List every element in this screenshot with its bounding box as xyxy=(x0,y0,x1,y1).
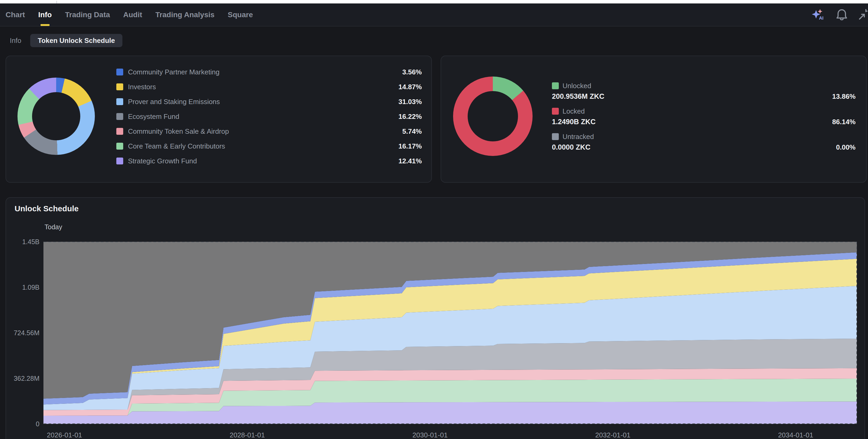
legend-swatch xyxy=(116,113,123,120)
x-axis-tick-label: 2032-01-01 xyxy=(595,431,630,439)
legend-percent: 3.56% xyxy=(402,68,422,76)
today-marker-label: Today xyxy=(44,223,62,231)
breadcrumb-current-pill[interactable]: Token Unlock Schedule xyxy=(30,34,122,47)
status-percent: 0.00% xyxy=(836,142,856,153)
x-axis-tick-label: 2028-01-01 xyxy=(230,431,265,439)
legend-swatch xyxy=(116,98,123,105)
schedule-y-axis: 0362.28M724.56M1.09B1.45B xyxy=(6,198,39,439)
legend-swatch xyxy=(116,128,123,135)
legend-percent: 5.74% xyxy=(402,127,422,136)
status-label: Locked xyxy=(562,107,585,115)
unlock-status-donut-chart[interactable] xyxy=(453,76,533,156)
nav-item-audit[interactable]: Audit xyxy=(123,3,142,26)
legend-percent: 31.03% xyxy=(399,98,422,106)
y-axis-tick-label: 724.56M xyxy=(14,329,39,337)
status-legend-item[interactable]: Locked1.2490B ZKC86.14% xyxy=(552,106,856,127)
legend-label: Investors xyxy=(128,83,399,91)
legend-percent: 16.22% xyxy=(399,112,422,121)
x-axis-tick-label: 2034-01-01 xyxy=(778,431,813,439)
allocation-legend-row[interactable]: Community Token Sale & Airdrop5.74% xyxy=(116,124,422,139)
status-percent: 13.86% xyxy=(832,91,856,102)
allocation-legend-row[interactable]: Prover and Staking Emissions31.03% xyxy=(116,94,422,109)
x-axis-tick-label: 2030-01-01 xyxy=(412,431,448,439)
legend-swatch xyxy=(552,108,559,115)
legend-label: Strategic Growth Fund xyxy=(128,157,399,165)
primary-nav-items: ChartInfoTrading DataAuditTrading Analys… xyxy=(0,3,253,26)
legend-percent: 16.17% xyxy=(399,142,422,150)
y-axis-tick-label: 362.28M xyxy=(14,375,39,382)
legend-label: Community Token Sale & Airdrop xyxy=(128,127,402,136)
y-axis-tick-label: 1.09B xyxy=(22,283,39,291)
expand-window-icon[interactable] xyxy=(859,8,867,21)
allocation-donut-hole xyxy=(32,92,80,140)
nav-item-trading-data[interactable]: Trading Data xyxy=(65,3,110,26)
allocation-legend: Community Partner Marketing3.56%Investor… xyxy=(116,65,422,168)
allocation-legend-row[interactable]: Investors14.87% xyxy=(116,79,422,94)
legend-swatch xyxy=(116,83,123,90)
legend-label: Prover and Staking Emissions xyxy=(128,98,399,106)
breadcrumb-root[interactable]: Info xyxy=(10,37,21,45)
allocation-legend-row[interactable]: Ecosystem Fund16.22% xyxy=(116,109,422,124)
status-legend-item[interactable]: Untracked0.0000 ZKC0.00% xyxy=(552,131,856,153)
legend-swatch xyxy=(552,133,559,140)
ai-icon-label: AI xyxy=(819,15,824,21)
notifications-bell-icon[interactable] xyxy=(836,8,848,21)
ai-assistant-icon[interactable]: AI xyxy=(811,8,825,21)
status-label: Unlocked xyxy=(562,82,591,90)
legend-swatch xyxy=(116,69,123,75)
y-axis-tick-label: 1.45B xyxy=(22,238,39,246)
legend-swatch xyxy=(552,82,559,89)
allocation-donut-chart[interactable] xyxy=(18,77,95,155)
legend-label: Ecosystem Fund xyxy=(128,112,399,121)
unlock-status-donut-hole xyxy=(468,91,518,141)
status-amount: 0.0000 ZKC xyxy=(552,142,856,153)
nav-item-square[interactable]: Square xyxy=(228,3,253,26)
token-info-page: ChartInfoTrading DataAuditTrading Analys… xyxy=(0,0,868,439)
primary-nav: ChartInfoTrading DataAuditTrading Analys… xyxy=(0,3,868,27)
status-amount: 200.9536M ZKC xyxy=(552,91,856,102)
status-amount: 1.2490B ZKC xyxy=(552,116,856,127)
allocation-legend-row[interactable]: Community Partner Marketing3.56% xyxy=(116,65,422,79)
status-percent: 86.14% xyxy=(832,116,856,127)
allocation-legend-row[interactable]: Core Team & Early Contributors16.17% xyxy=(116,139,422,154)
token-allocation-card: Community Partner Marketing3.56%Investor… xyxy=(6,56,432,183)
x-axis-tick-label: 2026-01-01 xyxy=(47,431,82,439)
y-axis-tick-label: 0 xyxy=(36,420,39,428)
nav-item-chart[interactable]: Chart xyxy=(6,3,25,26)
legend-percent: 12.41% xyxy=(399,157,422,165)
browser-chrome-strip xyxy=(0,0,868,3)
unlock-schedule-card: Unlock Schedule Today 0362.28M724.56M1.0… xyxy=(6,197,865,439)
browser-chrome-tick xyxy=(56,1,57,3)
nav-actions: AI xyxy=(811,8,868,21)
legend-percent: 14.87% xyxy=(399,83,422,91)
nav-item-info[interactable]: Info xyxy=(38,3,52,26)
unlock-schedule-area-chart[interactable] xyxy=(43,242,857,424)
legend-swatch xyxy=(116,158,123,164)
unlock-status-legend: Unlocked200.9536M ZKC13.86%Locked1.2490B… xyxy=(552,80,856,157)
allocation-legend-row[interactable]: Strategic Growth Fund12.41% xyxy=(116,154,422,168)
nav-item-trading-analysis[interactable]: Trading Analysis xyxy=(156,3,215,26)
legend-swatch xyxy=(116,143,123,149)
breadcrumb: Info Token Unlock Schedule xyxy=(10,34,122,47)
unlock-status-card: Unlocked200.9536M ZKC13.86%Locked1.2490B… xyxy=(441,56,867,183)
status-legend-item[interactable]: Unlocked200.9536M ZKC13.86% xyxy=(552,80,856,102)
legend-label: Community Partner Marketing xyxy=(128,68,402,76)
status-label: Untracked xyxy=(562,133,594,141)
legend-label: Core Team & Early Contributors xyxy=(128,142,399,150)
schedule-x-axis: 2026-01-012028-01-012030-01-012032-01-01… xyxy=(6,431,865,439)
